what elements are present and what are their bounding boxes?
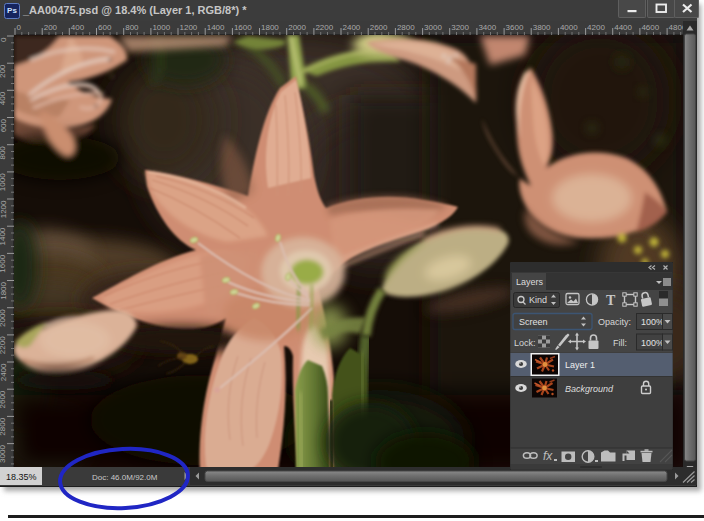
svg-text:100%: 100% (641, 338, 664, 348)
svg-text:600: 600 (0, 118, 8, 132)
svg-text:Kind: Kind (529, 295, 547, 305)
svg-text:Background: Background (565, 384, 614, 394)
svg-text:0: 0 (17, 23, 22, 32)
svg-text:2800: 2800 (0, 417, 8, 435)
svg-text:2000: 2000 (288, 23, 306, 32)
svg-text:3000: 3000 (0, 445, 8, 463)
svg-text:1800: 1800 (261, 23, 279, 32)
svg-text:T: T (606, 293, 616, 308)
svg-text:1000: 1000 (152, 23, 170, 32)
svg-text:4800: 4800 (669, 23, 684, 32)
svg-text:1200: 1200 (180, 23, 198, 32)
svg-text:2200: 2200 (0, 336, 8, 354)
svg-text:2200: 2200 (315, 23, 333, 32)
svg-text:800: 800 (0, 146, 8, 160)
svg-text:3200: 3200 (451, 23, 469, 32)
svg-text:2600: 2600 (370, 23, 388, 32)
svg-text:200: 200 (0, 64, 8, 78)
svg-text:18.35%: 18.35% (6, 472, 37, 482)
svg-text:Layers: Layers (516, 277, 544, 287)
svg-text:1400: 1400 (207, 23, 225, 32)
svg-text:4400: 4400 (614, 23, 632, 32)
svg-text:3600: 3600 (506, 23, 524, 32)
svg-text:Fill:: Fill: (613, 338, 627, 348)
svg-text:fx: fx (543, 449, 553, 463)
svg-text:1000: 1000 (0, 173, 8, 191)
svg-text:2800: 2800 (397, 23, 415, 32)
svg-text:1200: 1200 (0, 200, 8, 218)
svg-text:Layer 1: Layer 1 (565, 360, 595, 370)
svg-text:0: 0 (0, 37, 8, 42)
svg-text:3800: 3800 (533, 23, 551, 32)
svg-text:Lock:: Lock: (514, 338, 536, 348)
svg-text:1600: 1600 (0, 254, 8, 272)
svg-text:800: 800 (125, 23, 139, 32)
svg-text:1400: 1400 (0, 227, 8, 245)
svg-text:400: 400 (0, 91, 8, 105)
svg-text:1600: 1600 (234, 23, 252, 32)
svg-text:3400: 3400 (478, 23, 496, 32)
svg-text:4000: 4000 (560, 23, 578, 32)
svg-text:3000: 3000 (424, 23, 442, 32)
svg-text:600: 600 (98, 23, 112, 32)
svg-text:4600: 4600 (641, 23, 659, 32)
svg-text:100%: 100% (641, 317, 664, 327)
svg-text:2400: 2400 (0, 363, 8, 381)
svg-text:2000: 2000 (0, 309, 8, 327)
svg-text:4200: 4200 (587, 23, 605, 32)
svg-text:Opacity:: Opacity: (598, 317, 631, 327)
svg-text:200: 200 (44, 23, 58, 32)
svg-text:2600: 2600 (0, 390, 8, 408)
svg-text:Screen: Screen (519, 317, 548, 327)
svg-text:400: 400 (71, 23, 85, 32)
svg-text:1800: 1800 (0, 281, 8, 299)
svg-text:2400: 2400 (343, 23, 361, 32)
